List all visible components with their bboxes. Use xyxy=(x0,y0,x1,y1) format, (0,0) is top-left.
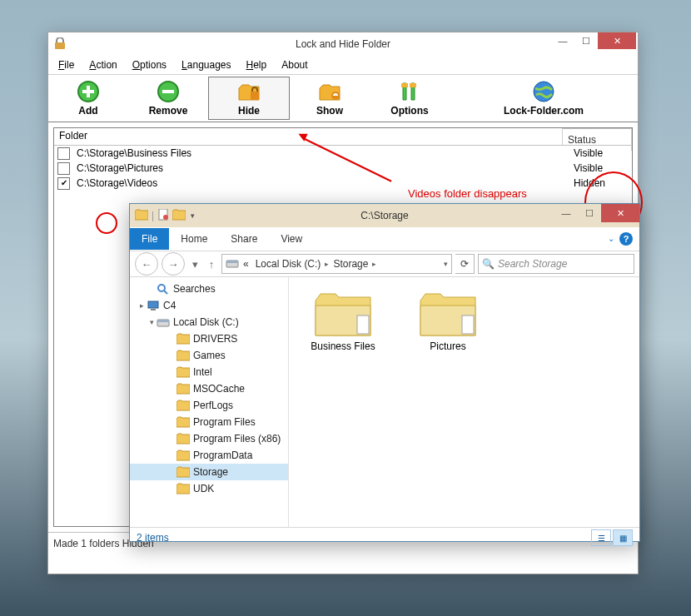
search-input[interactable]: 🔍 Search Storage xyxy=(478,254,634,274)
row-path: C:\Storage\Business Files xyxy=(77,147,569,159)
explorer-statusbar: 2 items ☰ ▦ xyxy=(130,527,639,548)
explorer-close-button[interactable]: ✕ xyxy=(601,204,639,222)
tree-node[interactable]: Searches xyxy=(130,281,288,297)
view-details-button[interactable]: ☰ xyxy=(591,529,611,546)
nav-tree[interactable]: Searches▸C4▾Local Disk (C:)DRIVERSGamesI… xyxy=(130,277,289,527)
recent-dropdown-icon[interactable]: ▾ xyxy=(188,253,201,275)
tree-label: Searches xyxy=(173,283,216,295)
svg-rect-14 xyxy=(151,309,156,310)
explorer-ribbon: File Home Share View ⌄ ? xyxy=(130,227,639,251)
tree-label: UDK xyxy=(193,483,214,494)
close-button[interactable]: ✕ xyxy=(598,32,636,49)
show-button[interactable]: Show xyxy=(290,75,370,122)
row-path: C:\Storage\Pictures xyxy=(77,162,569,174)
crumb-drive[interactable]: Local Disk (C:) xyxy=(253,258,324,270)
content-pane[interactable]: Business FilesPictures xyxy=(289,277,639,527)
tree-label: Intel xyxy=(193,366,212,378)
remove-icon xyxy=(157,80,180,103)
ribbon-home-tab[interactable]: Home xyxy=(169,228,219,250)
minimize-button[interactable]: — xyxy=(551,32,574,49)
table-row[interactable]: ✔C:\Storage\VideosHidden xyxy=(54,176,632,191)
tree-node[interactable]: ProgramData xyxy=(130,447,288,464)
chevron-right-icon[interactable]: ▸ xyxy=(372,260,376,268)
row-status: Visible xyxy=(569,147,632,159)
col-folder[interactable]: Folder xyxy=(54,128,563,145)
remove-button[interactable]: Remove xyxy=(128,75,208,122)
tree-label: Program Files xyxy=(193,416,256,428)
ribbon-share-tab[interactable]: Share xyxy=(219,228,269,250)
svg-rect-11 xyxy=(226,261,238,263)
tree-node[interactable]: ▾Local Disk (C:) xyxy=(130,314,288,330)
folder-item[interactable]: Business Files xyxy=(306,291,380,352)
folder-icon xyxy=(176,400,190,411)
add-icon xyxy=(77,80,100,103)
tree-node[interactable]: Program Files (x86) xyxy=(130,430,288,447)
tree-node[interactable]: DRIVERS xyxy=(130,330,288,347)
tree-node[interactable]: Intel xyxy=(130,364,288,380)
explorer-maximize-button[interactable]: ☐ xyxy=(578,204,601,222)
tree-node[interactable]: MSOCache xyxy=(130,380,288,397)
menu-file[interactable]: File xyxy=(52,57,81,72)
annotation-checkbox-circle xyxy=(96,212,117,234)
folder-icon xyxy=(176,450,190,461)
refresh-button[interactable]: ⟳ xyxy=(455,254,475,274)
website-button[interactable]: Lock-Folder.com xyxy=(450,75,638,122)
table-row[interactable]: C:\Storage\PicturesVisible xyxy=(54,161,632,176)
ribbon-file-tab[interactable]: File xyxy=(130,228,169,250)
tree-label: PerfLogs xyxy=(193,400,233,411)
item-count: 2 items xyxy=(137,532,169,544)
crumb-folder[interactable]: Storage xyxy=(331,258,370,270)
app-titlebar[interactable]: Lock and Hide Folder — ☐ ✕ xyxy=(48,32,638,56)
tree-node[interactable]: UDK xyxy=(130,480,288,497)
tree-node[interactable]: PerfLogs xyxy=(130,397,288,414)
row-checkbox[interactable] xyxy=(57,147,70,160)
menu-help[interactable]: Help xyxy=(240,57,274,72)
folder-item[interactable]: Pictures xyxy=(410,291,485,352)
tree-node[interactable]: ▸C4 xyxy=(130,297,288,314)
tree-node[interactable]: Program Files xyxy=(130,414,288,430)
tree-label: Games xyxy=(193,350,226,361)
folder-icon xyxy=(176,483,190,494)
drive-icon xyxy=(157,316,170,328)
explorer-titlebar[interactable]: | ▼ C:\Storage — ☐ ✕ xyxy=(130,204,639,227)
row-checkbox[interactable] xyxy=(57,162,70,175)
menu-options[interactable]: Options xyxy=(126,57,173,72)
address-dropdown-icon[interactable]: ▾ xyxy=(444,260,448,268)
ribbon-expand-icon[interactable]: ⌄ xyxy=(608,234,614,243)
forward-button[interactable]: → xyxy=(162,252,185,276)
tree-node[interactable]: Games xyxy=(130,347,288,364)
search-icon: 🔍 xyxy=(482,258,495,270)
expand-icon[interactable]: ▸ xyxy=(137,301,147,310)
folder-icon xyxy=(176,466,190,478)
website-label: Lock-Folder.com xyxy=(504,105,584,117)
view-icons-button[interactable]: ▦ xyxy=(613,529,633,546)
menu-about[interactable]: About xyxy=(275,57,314,72)
ribbon-view-tab[interactable]: View xyxy=(269,228,314,250)
explorer-minimize-button[interactable]: — xyxy=(554,204,578,222)
menu-action[interactable]: Action xyxy=(82,57,123,72)
add-button[interactable]: Add xyxy=(48,75,128,122)
svg-rect-18 xyxy=(462,315,474,334)
address-bar[interactable]: « Local Disk (C:) ▸ Storage ▸ ▾ xyxy=(221,254,452,274)
show-label: Show xyxy=(316,105,343,117)
row-checkbox[interactable]: ✔ xyxy=(57,177,70,190)
svg-point-7 xyxy=(534,82,554,102)
tree-node[interactable]: Storage xyxy=(130,464,288,480)
options-button[interactable]: Options xyxy=(370,75,450,122)
hide-button[interactable]: Hide xyxy=(208,77,290,120)
hide-icon xyxy=(237,80,261,103)
maximize-button[interactable]: ☐ xyxy=(574,32,598,49)
list-header: Folder Status xyxy=(54,128,632,146)
expand-icon[interactable]: ▾ xyxy=(147,318,157,326)
back-button[interactable]: ← xyxy=(135,252,158,276)
explorer-body: Searches▸C4▾Local Disk (C:)DRIVERSGamesI… xyxy=(130,277,639,527)
menu-languages[interactable]: Languages xyxy=(175,57,237,72)
remove-label: Remove xyxy=(149,105,188,117)
folder-label: Pictures xyxy=(430,340,465,352)
help-icon[interactable]: ? xyxy=(619,232,633,246)
chevron-right-icon[interactable]: ▸ xyxy=(325,260,329,268)
options-label: Options xyxy=(390,105,428,117)
folder-icon xyxy=(176,333,190,345)
svg-rect-6 xyxy=(410,83,416,87)
up-button[interactable]: ↑ xyxy=(205,253,218,275)
